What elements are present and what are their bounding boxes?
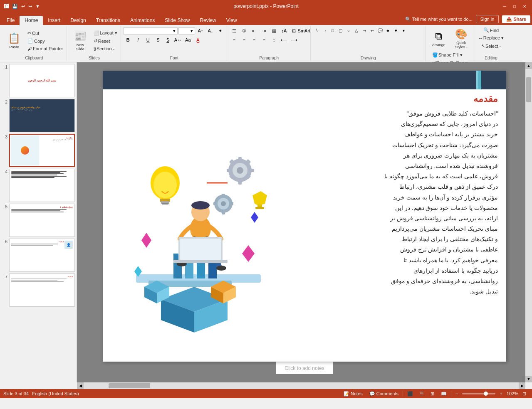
slide-img-7[interactable]: اسلاید ۷ (9, 273, 75, 307)
tab-animations[interactable]: Animations (125, 16, 160, 25)
font-size-selector[interactable]: ▾ (178, 27, 195, 34)
slide-img-5[interactable]: عنوان اسلاید ۵ (9, 204, 75, 237)
slide-img-1[interactable]: بسم الله الرحمن الرحیم (9, 64, 75, 97)
text-direction-button[interactable]: ↕A (280, 27, 289, 35)
shape-right-arrow[interactable]: ⇒ (361, 27, 368, 34)
cut-button[interactable]: ✂Cut (26, 30, 65, 37)
font-name-selector[interactable]: ▾ (124, 27, 178, 34)
align-left2-button[interactable]: ⟵ (280, 36, 289, 44)
shape-more[interactable]: ▾ (400, 27, 408, 34)
tab-review[interactable]: Review (195, 16, 221, 25)
shape-star[interactable]: ★ (384, 27, 392, 34)
customize-icon[interactable]: ▼ (35, 3, 41, 10)
shape-callout[interactable]: 💬 (376, 27, 384, 34)
select-button[interactable]: ↖Select - (480, 42, 502, 49)
replace-button[interactable]: ↔Replace ▾ (477, 34, 505, 42)
arrange-button[interactable]: ⧉ Arrange (428, 29, 450, 49)
slide-thumb-5[interactable]: 5 عنوان اسلاید ۵ (2, 204, 75, 237)
minimize-button[interactable]: ─ (500, 3, 509, 10)
tab-slideshow[interactable]: Slide Show (160, 16, 195, 25)
bullets-button[interactable]: ☰ (230, 27, 239, 35)
redo-icon[interactable]: ↪ (27, 3, 33, 10)
columns-button[interactable]: ▦ (270, 27, 279, 35)
clear-formatting-button[interactable]: ✦ (216, 27, 225, 35)
share-button[interactable]: 📤 Share (502, 15, 530, 23)
hscroll-thumb[interactable] (109, 383, 150, 388)
slide-img-2[interactable]: مبانی روانشناسی فروش بر مبنای روش تحریک … (9, 99, 75, 132)
char-spacing-button[interactable]: A↔ (173, 36, 183, 44)
tab-transitions[interactable]: Transitions (91, 16, 125, 25)
shape-triangle[interactable]: △ (353, 27, 360, 34)
notes-button[interactable]: 📝 Notes (341, 391, 365, 397)
justify-button[interactable]: ≡ (260, 36, 269, 44)
tell-me-box[interactable]: 🔍 Tell me what you want to do... (405, 17, 473, 22)
increase-font-button[interactable]: A↑ (196, 27, 205, 35)
scroll-right-button[interactable]: ▶ (519, 382, 525, 389)
slide-thumb-4[interactable]: 4 (2, 169, 75, 202)
tab-view[interactable]: View (221, 16, 242, 25)
sign-in-button[interactable]: Sign in (476, 15, 499, 23)
align-right2-button[interactable]: ⟶ (290, 36, 299, 44)
hscroll-track[interactable] (84, 382, 519, 389)
new-slide-button[interactable]: 📰 NewSlide (69, 29, 91, 53)
comments-button[interactable]: 💬 Comments (367, 391, 401, 397)
align-text-button[interactable]: ⊞ (290, 27, 299, 35)
scroll-down-button[interactable]: ▼ (525, 376, 532, 382)
fit-slide-button[interactable]: ⊡ (520, 391, 529, 397)
reset-button[interactable]: ↺Reset (92, 37, 119, 44)
quick-styles-button[interactable]: 🎨 Quick Styles - (450, 27, 472, 51)
slide-thumb-2[interactable]: 2 مبانی روانشناسی فروش بر مبنای روش تحری… (2, 99, 75, 132)
find-button[interactable]: 🔍Find (482, 27, 500, 34)
slide-img-6[interactable]: اسلاید ۶ 👤 (9, 239, 75, 272)
decrease-indent-button[interactable]: ⇤ (250, 27, 259, 35)
scroll-left-button[interactable]: ◀ (77, 382, 84, 389)
zoom-in-button[interactable]: + (497, 391, 505, 397)
center-button[interactable]: ≡ (240, 36, 249, 44)
slide-thumb-3[interactable]: 3 مقدمه احساسات، کلید طلایی فروش موفق (2, 134, 75, 167)
strikethrough-button[interactable]: S (153, 36, 163, 44)
slide-thumb-1[interactable]: 1 بسم الله الرحمن الرحیم (2, 64, 75, 97)
shape-heart[interactable]: ♥ (392, 27, 400, 34)
outline-view-button[interactable]: ☰ (417, 391, 426, 397)
paste-button[interactable]: 📋 Paste (3, 31, 25, 51)
zoom-thumb[interactable] (484, 392, 488, 396)
tab-file[interactable]: File (2, 16, 20, 25)
slide-thumb-7[interactable]: 7 اسلاید ۷ (2, 273, 75, 307)
notes-area[interactable]: Click to add notes (276, 362, 332, 374)
maximize-button[interactable]: □ (510, 3, 519, 10)
normal-view-button[interactable]: ⬛ (405, 391, 416, 397)
shape-ellipse[interactable]: ○ (345, 27, 352, 34)
numbering-button[interactable]: ① (240, 27, 249, 35)
tab-home[interactable]: Home (20, 16, 43, 25)
change-case-button[interactable]: Aa (183, 36, 193, 44)
increase-indent-button[interactable]: ⇥ (260, 27, 269, 35)
scroll-thumb[interactable] (526, 77, 531, 102)
scroll-track[interactable] (525, 69, 532, 376)
underline-button[interactable]: U (144, 36, 153, 44)
shape-arrow[interactable]: → (321, 27, 329, 34)
zoom-slider[interactable] (462, 393, 495, 394)
shape-rounded-rect[interactable]: ▢ (337, 27, 344, 34)
font-color-button[interactable]: A̲ (193, 36, 203, 44)
format-painter-button[interactable]: 🖌Format Painter (26, 45, 65, 52)
align-right-button[interactable]: ≡ (250, 36, 259, 44)
align-left-button[interactable]: ≡ (230, 36, 239, 44)
italic-button[interactable]: I (134, 36, 143, 44)
slide-thumb-6[interactable]: 6 اسلاید ۶ 👤 (2, 239, 75, 272)
undo-icon[interactable]: ↩ (20, 3, 26, 10)
scroll-up-button[interactable]: ▲ (525, 62, 532, 69)
save-icon[interactable]: 💾 (11, 3, 19, 10)
layout-button[interactable]: ⬜Layout ▾ (92, 30, 119, 37)
tab-insert[interactable]: Insert (43, 16, 65, 25)
shape-line[interactable]: \ (313, 27, 321, 34)
horizontal-scrollbar[interactable]: ◀ ▶ (77, 382, 525, 389)
slide-canvas[interactable]: مقدمه "احساسات، کلید طلایی فروش موفق" در… (103, 71, 506, 362)
slide-sorter-button[interactable]: ⊞ (428, 391, 437, 397)
bold-button[interactable]: B (124, 36, 133, 44)
reading-view-button[interactable]: 📖 (438, 391, 449, 397)
shape-rect[interactable]: □ (329, 27, 337, 34)
shape-fill-button[interactable]: 🪣Shape Fill ▾ (431, 52, 470, 59)
tab-design[interactable]: Design (65, 16, 91, 25)
slide-img-3[interactable]: مقدمه احساسات، کلید طلایی فروش موفق (9, 134, 75, 167)
shape-left-arrow[interactable]: ⇐ (369, 27, 376, 34)
